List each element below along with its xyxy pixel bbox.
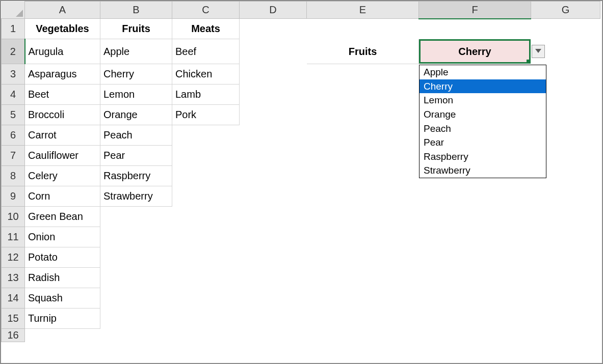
cell-E4[interactable]: [307, 85, 419, 105]
cell-E2-category[interactable]: Fruits: [307, 39, 419, 64]
cell-D4[interactable]: [240, 85, 307, 105]
cell-E3[interactable]: [307, 64, 419, 85]
cell-A14[interactable]: Squash: [25, 288, 100, 309]
row-header-7[interactable]: 7: [2, 146, 25, 166]
cell-A9[interactable]: Corn: [25, 186, 100, 207]
cell-C13[interactable]: [172, 268, 240, 288]
row-header-9[interactable]: 9: [2, 186, 25, 207]
cell-A4[interactable]: Beet: [25, 85, 100, 105]
cell-A16[interactable]: [25, 329, 100, 342]
dropdown-option[interactable]: Strawberry: [420, 163, 546, 178]
cell-D2[interactable]: [240, 39, 307, 64]
cell-E16[interactable]: [307, 329, 419, 342]
col-header-B[interactable]: B: [100, 2, 172, 19]
cell-B15[interactable]: [100, 309, 172, 329]
cell-D9[interactable]: [240, 186, 307, 207]
row-header-11[interactable]: 11: [2, 227, 25, 247]
cell-B4[interactable]: Lemon: [100, 85, 172, 105]
cell-E6[interactable]: [307, 125, 419, 146]
dropdown-list[interactable]: Apple Cherry Lemon Orange Peach Pear Ras…: [419, 65, 546, 178]
cell-D14[interactable]: [240, 288, 307, 309]
select-all-corner[interactable]: [2, 2, 25, 19]
cell-B1[interactable]: Fruits: [100, 19, 172, 39]
cell-C15[interactable]: [172, 309, 240, 329]
cell-A2[interactable]: Arugula: [25, 39, 100, 64]
col-header-C[interactable]: C: [172, 2, 240, 19]
row-header-16[interactable]: 16: [2, 329, 25, 342]
cell-D16[interactable]: [240, 329, 307, 342]
row-header-12[interactable]: 12: [2, 247, 25, 268]
cell-E1[interactable]: [307, 19, 419, 39]
cell-B13[interactable]: [100, 268, 172, 288]
cell-C6[interactable]: [172, 125, 240, 146]
cell-E9[interactable]: [307, 186, 419, 207]
cell-B9[interactable]: Strawberry: [100, 186, 172, 207]
row-header-3[interactable]: 3: [2, 64, 25, 85]
selected-value-cell[interactable]: Cherry: [419, 39, 531, 64]
cell-B7[interactable]: Pear: [100, 146, 172, 166]
cell-E5[interactable]: [307, 105, 419, 125]
cell-D6[interactable]: [240, 125, 307, 146]
col-header-E[interactable]: E: [307, 2, 419, 19]
cell-G16[interactable]: [531, 329, 600, 342]
cell-A15[interactable]: Turnip: [25, 309, 100, 329]
cell-C10[interactable]: [172, 207, 240, 227]
cell-A3[interactable]: Asparagus: [25, 64, 100, 85]
cell-G15[interactable]: [531, 309, 600, 329]
cell-F11[interactable]: [419, 227, 531, 247]
cell-A13[interactable]: Radish: [25, 268, 100, 288]
dropdown-option[interactable]: Raspberry: [420, 150, 546, 164]
cell-A7[interactable]: Cauliflower: [25, 146, 100, 166]
cell-A1[interactable]: Vegetables: [25, 19, 100, 39]
row-header-13[interactable]: 13: [2, 268, 25, 288]
cell-B10[interactable]: [100, 207, 172, 227]
cell-B5[interactable]: Orange: [100, 105, 172, 125]
cell-C16[interactable]: [172, 329, 240, 342]
cell-C9[interactable]: [172, 186, 240, 207]
cell-B16[interactable]: [100, 329, 172, 342]
cell-D1[interactable]: [240, 19, 307, 39]
cell-E11[interactable]: [307, 227, 419, 247]
col-header-A[interactable]: A: [25, 2, 100, 19]
cell-D12[interactable]: [240, 247, 307, 268]
cell-G14[interactable]: [531, 288, 600, 309]
row-header-14[interactable]: 14: [2, 288, 25, 309]
cell-A11[interactable]: Onion: [25, 227, 100, 247]
col-header-D[interactable]: D: [240, 2, 307, 19]
cell-G13[interactable]: [531, 268, 600, 288]
cell-B2[interactable]: Apple: [100, 39, 172, 64]
row-header-6[interactable]: 6: [2, 125, 25, 146]
cell-A12[interactable]: Potato: [25, 247, 100, 268]
cell-D10[interactable]: [240, 207, 307, 227]
grid[interactable]: A B C D E F G 1 Vegetables Fruits Meats: [1, 1, 600, 342]
row-header-15[interactable]: 15: [2, 309, 25, 329]
cell-C4[interactable]: Lamb: [172, 85, 240, 105]
dropdown-option[interactable]: Apple: [420, 65, 546, 79]
cell-F16[interactable]: [419, 329, 531, 342]
cell-D11[interactable]: [240, 227, 307, 247]
cell-E8[interactable]: [307, 166, 419, 186]
cell-C3[interactable]: Chicken: [172, 64, 240, 85]
cell-D13[interactable]: [240, 268, 307, 288]
cell-A8[interactable]: Celery: [25, 166, 100, 186]
row-header-1[interactable]: 1: [2, 19, 25, 39]
dropdown-option[interactable]: Lemon: [420, 93, 546, 107]
dropdown-option[interactable]: Cherry: [420, 79, 546, 94]
cell-C12[interactable]: [172, 247, 240, 268]
cell-F1[interactable]: [419, 19, 531, 39]
cell-G1[interactable]: [531, 19, 600, 39]
dropdown-option[interactable]: Pear: [420, 135, 546, 150]
cell-B6[interactable]: Peach: [100, 125, 172, 146]
cell-F14[interactable]: [419, 288, 531, 309]
cell-B3[interactable]: Cherry: [100, 64, 172, 85]
cell-D7[interactable]: [240, 146, 307, 166]
cell-F15[interactable]: [419, 309, 531, 329]
grid-body[interactable]: 1 Vegetables Fruits Meats 2 Arugula Appl…: [2, 19, 600, 342]
cell-E14[interactable]: [307, 288, 419, 309]
cell-A6[interactable]: Carrot: [25, 125, 100, 146]
col-header-G[interactable]: G: [531, 2, 600, 19]
cell-F10[interactable]: [419, 207, 531, 227]
dropdown-option[interactable]: Peach: [420, 122, 546, 136]
row-header-4[interactable]: 4: [2, 85, 25, 105]
row-header-5[interactable]: 5: [2, 105, 25, 125]
